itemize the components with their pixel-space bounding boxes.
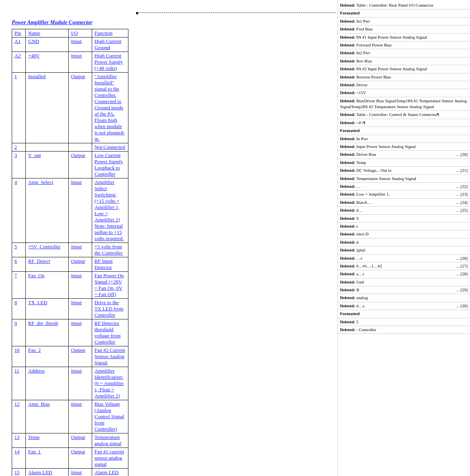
table-cell: Fan_On: [26, 272, 69, 299]
table-cell: [69, 143, 92, 152]
right-panel-row: Deleted: …... [22]: [338, 183, 470, 191]
right-panel-row: Deleted: Gnd: [338, 278, 470, 286]
table-cell: Temp: [26, 433, 69, 448]
table-row: 13TempOutputTemperature analog signal: [12, 433, 128, 448]
table-cell: Amplifier Select Switching:(+15 volts = …: [92, 178, 128, 243]
table-cell: Fan_1: [26, 448, 69, 469]
table-cell: Amp_Select: [26, 178, 69, 243]
bullet-mark: ■: [136, 11, 139, 15]
table-row: 3V_outOutputLow Current Power Supply Loo…: [12, 152, 128, 178]
pa-header-pin: Pin: [12, 29, 26, 37]
right-panel-row: Deleted: DC Voltage... Out to... [21]: [338, 167, 470, 175]
right-panel-row: Deleted: d: [338, 239, 470, 246]
table-cell: Fan_2: [26, 346, 69, 367]
right-panel-row: Deleted: Reverse Power Bias: [338, 73, 470, 81]
table-cell: Output: [69, 448, 92, 469]
table-cell: +5V_Controller: [26, 243, 69, 257]
table-cell: Output: [69, 152, 92, 178]
table-cell: RF Input Detector: [92, 257, 128, 272]
table-cell: Alarm LED: [26, 469, 69, 476]
right-panel-row: Deleted: d…... [25]: [338, 207, 470, 214]
table-row: 1InstalledOutput“Amplifier Installed” si…: [12, 73, 128, 143]
table-cell: Drive to the TX LED from Controller: [92, 299, 128, 319]
table-row: 2Not Connected: [12, 143, 128, 152]
table-cell: 10: [12, 346, 26, 367]
pa-section: Power Amplifier Module Connector Pin Nam…: [12, 20, 128, 476]
table-cell: Input: [69, 37, 92, 52]
table-cell: Low Current Power Supply Loopback to Con…: [92, 152, 128, 178]
right-panel-row: Deleted: BiasA…... [24]: [338, 199, 470, 207]
top-separator: [137, 12, 335, 13]
table-row: 5+5V_ControllerInput+5 volts from the Co…: [12, 243, 128, 257]
right-panel-row: Deleted: 0…#1…1…#2... [27]: [338, 262, 470, 270]
table-cell: Amp_Bias: [26, 400, 69, 433]
table-row: 7Fan_OnInputFan Power On Signal (+28V = …: [12, 272, 128, 299]
table-cell: 9: [12, 319, 26, 346]
right-panel-row: Deleted: Driver: [338, 81, 470, 89]
table-cell: Input: [69, 367, 92, 400]
table-cell: V_out: [26, 152, 69, 178]
right-panel-row: Deleted: BiasDriver Bias SignalTemp1PA #…: [338, 97, 470, 111]
table-row: 14Fan_1OutputFan #1 current sensor analo…: [12, 448, 128, 469]
table-cell: [26, 143, 69, 152]
table-cell: “Amplifier Installed” signal to the Cont…: [92, 73, 128, 143]
table-cell: Input: [69, 178, 92, 243]
table-cell: Fan #1 current sensor analog signal: [92, 448, 128, 469]
right-panel-row: Deleted: igital: [338, 246, 470, 254]
right-panel-row: Deleted: In1 Pwr: [338, 18, 470, 25]
table-row: A1GNDInputHigh Current Ground: [12, 37, 128, 52]
table-cell: 1: [12, 73, 26, 143]
right-panel-row: Deleted: Driver Bias... [20]: [338, 151, 470, 159]
right-panel-row: Deleted: Fwd Bias: [338, 25, 470, 33]
table-cell: Output: [69, 73, 92, 143]
table-cell: Output: [69, 346, 92, 367]
table-cell: Output: [69, 257, 92, 272]
table-cell: RF_Detect: [26, 257, 69, 272]
right-panel-row: Deleted: d…s... [30]: [338, 302, 470, 310]
table-cell: GND: [26, 37, 69, 52]
table-cell: Alarm LED Digital Control Signal (0 = OK…: [92, 469, 128, 476]
main-content: Power Amplifier Module Connector Pin Nam…: [6, 0, 134, 476]
table-cell: 4: [12, 178, 26, 243]
table-cell: Output: [69, 433, 92, 448]
table-cell: Address: [26, 367, 69, 400]
pa-table: Pin Name I/O Function A1GNDInputHigh Cur…: [12, 29, 128, 476]
table-cell: 2: [12, 143, 26, 152]
pa-header-function: Function: [92, 29, 128, 37]
right-panel-row: Deleted: Temperature Sensor Analog Signa…: [338, 175, 470, 183]
pa-header-io: I/O: [69, 29, 92, 37]
table-row: 12Amp_BiasInputBias Voltage (Analog Cont…: [12, 400, 128, 433]
right-panel-row: Deleted: In2 Pwr: [338, 49, 470, 57]
right-panel-row: Deleted: <#>¶: [338, 119, 470, 127]
table-cell: Not Connected: [92, 143, 128, 152]
table-cell: +48V: [26, 52, 69, 73]
table-cell: 11: [12, 367, 26, 400]
table-cell: 8: [12, 299, 26, 319]
table-cell: Input: [69, 400, 92, 433]
table-row: 6RF_DetectOutputRF Input Detector: [12, 257, 128, 272]
table-cell: Input: [69, 469, 92, 476]
table-cell: 3: [12, 152, 26, 178]
table-cell: Amplifier Identification:(0 = Amplifier …: [92, 367, 128, 400]
table-cell: Bias Voltage (Analog Control Signal from…: [92, 400, 128, 433]
right-panel-row: Deleted: analog: [338, 294, 470, 302]
right-panel-row: Deleted: +15V: [338, 89, 470, 97]
table-cell: Input: [69, 272, 92, 299]
right-panel-row: Formatted: [338, 310, 470, 318]
table-cell: Temperature analog signal: [92, 433, 128, 448]
right-panel-row: Deleted: Input Power Sensor Analog Signa…: [338, 143, 470, 151]
right-panel-row: Deleted: Table : Controller: Rear Panel …: [338, 2, 470, 9]
right-panel-row: Deleted: : Controller: [338, 326, 470, 334]
table-cell: Installed: [26, 73, 69, 143]
right-panel-row: Deleted: PA #2 Input Power Sensor Analog…: [338, 65, 470, 73]
table-cell: Input: [69, 319, 92, 346]
table-cell: A1: [12, 37, 26, 52]
pa-header-name: Name: [26, 29, 69, 37]
table-cell: +5 volts from the Controller: [92, 243, 128, 257]
table-cell: 6: [12, 257, 26, 272]
table-cell: 7: [12, 272, 26, 299]
table-row: 4Amp_SelectInputAmplifier Select Switchi…: [12, 178, 128, 243]
right-panel-row: Deleted: PA #1 Input Power Sensor Analog…: [338, 34, 470, 41]
right-panel-row: Deleted: elect D: [338, 230, 470, 238]
right-panel-row: Deleted: S: [338, 215, 470, 223]
